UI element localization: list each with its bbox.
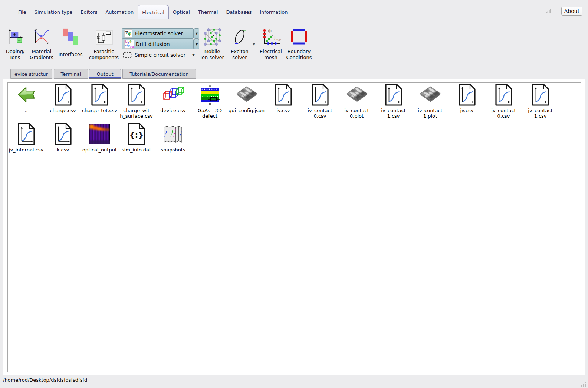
file-item-jv_contact1.csv[interactable]: jv_contact 1.csv [522,83,559,123]
file-item-k.csv[interactable]: k.csv [45,123,81,162]
material-gradients-icon [32,27,51,47]
ribbon-parasitic-components-button[interactable]: Parasitic components [85,27,122,60]
parasitic-components-icon [93,27,114,47]
app-window: File Simulation type Editors Automation … [0,0,588,388]
statusbar-path: /home/rod/Desktop/dsfdsfdsfsdfsfd [3,377,87,383]
menubar: File Simulation type Editors Automation … [14,5,292,19]
file-item-optical_output[interactable]: optical_output [81,123,118,162]
about-button[interactable]: About [561,7,582,16]
graph-icon [375,83,412,106]
file-item-iv_contact1.csv[interactable]: iv_contact 1.csv [375,83,412,123]
jsondoc-icon [118,123,155,146]
simple-circuit-icon [123,52,132,58]
signal-strength-icon [546,9,551,13]
menu-tab-thermal[interactable]: Thermal [194,5,222,19]
file-item-charge_tot.csv[interactable]: charge_tot.csv [81,83,118,123]
tab-tutorials-documentation[interactable]: Tutorials/Documentation [122,69,196,79]
menu-tab-optical[interactable]: Optical [169,5,194,19]
boundary-conditions-icon [289,27,309,47]
ribbon-interfaces-button[interactable]: Interfaces [52,27,89,60]
chip-icon [228,83,265,106]
menu-tab-editors[interactable]: Editors [76,5,101,19]
file-item-GaAs_-_3Ddefect[interactable]: GaAs - 3D defect [191,83,228,123]
exciton-solver-icon [230,27,249,47]
graph-icon [449,83,485,106]
tab-device-structure[interactable]: evice structur [10,69,52,79]
tab-terminal[interactable]: Terminal [54,69,88,79]
mobile-ion-solver-icon [203,27,222,47]
file-item-jv_internal.csv[interactable]: jv_internal.csv [8,123,45,162]
electrostatic-solver-dropdown[interactable]: ∇φ Electrostatic solver [122,28,194,39]
menu-tab-information[interactable]: Information [256,5,292,19]
back-icon [8,83,45,106]
graph-icon [45,83,81,106]
graph-icon [302,83,338,106]
menu-tab-automation[interactable]: Automation [101,5,138,19]
menu-tab-databases[interactable]: Databases [222,5,256,19]
menu-tab-simulation-type[interactable]: Simulation type [30,5,76,19]
file-item-iv.csv[interactable]: iv.csv [265,83,302,123]
file-grid: .. charge.csv charge_tot.csv charge_wit … [8,83,559,162]
drift-diffusion-icon: JnJpφ n/ptrap [124,40,134,49]
file-item-jv_contact0.csv[interactable]: jv_contact 0.csv [485,83,522,123]
simple-circuit-solver-option[interactable]: Simple circuit solver [123,52,185,58]
interfaces-icon [61,27,80,47]
chip-icon [412,83,449,106]
file-item-device.csv[interactable]: device.csv [155,83,191,123]
resize-grip[interactable] [581,382,587,387]
electrical-mesh-icon [260,27,281,47]
graph-icon [45,123,81,146]
menu-tab-file[interactable]: File [14,5,30,19]
file-item-gui_config.json[interactable]: gui_config.json [228,83,265,123]
graph-icon [118,83,155,106]
file-item-charge_with_surface.csv[interactable]: charge_wit h_surface.csv [118,83,155,123]
heatmap-icon [81,123,118,146]
file-item-iv_contact0.plot[interactable]: iv_contact 0.plot [338,83,375,123]
file-item-iv_contact0.csv[interactable]: iv_contact 0.csv [302,83,338,123]
file-item-iv_contact1.plot[interactable]: iv_contact 1.plot [412,83,449,123]
file-item-charge.csv[interactable]: charge.csv [45,83,81,123]
drift-diffusion-dropdown[interactable]: JnJpφ n/ptrap Drift diffusion [122,39,194,49]
stack-icon [191,83,228,106]
graph-icon [522,83,559,106]
graph-icon [265,83,302,106]
menu-tab-electrical[interactable]: Electrical [138,5,169,19]
file-item-..[interactable]: .. [8,83,45,123]
file-item-sim_info.dat[interactable]: sim_info.dat [118,123,155,162]
cubes-icon [155,83,191,106]
ribbon-boundary-conditions-button[interactable]: Boundary Conditions [280,27,318,60]
graph-icon [8,123,45,146]
doping-ions-icon [6,27,24,47]
file-item-snapshots[interactable]: snapshots [155,123,191,162]
chip-icon [338,83,375,106]
tab-output[interactable]: Output [89,69,121,79]
graph-icon [81,83,118,106]
electrostatic-solver-icon: ∇φ [124,29,132,38]
graph-icon [485,83,522,106]
file-item-jv.csv[interactable]: jv.csv [449,83,485,123]
snapshots-icon [155,123,191,146]
